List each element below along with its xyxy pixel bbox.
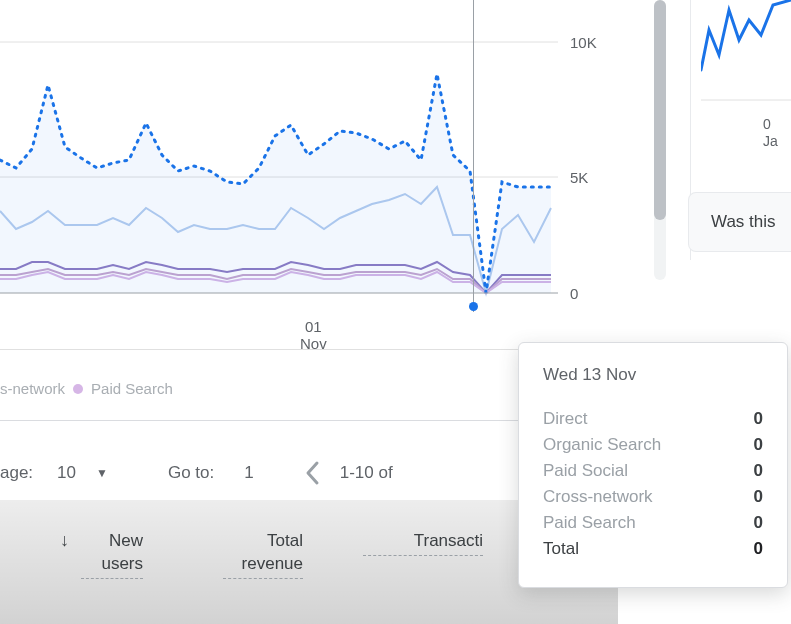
tooltip-row-cross-network: Cross-network 0 [543, 487, 763, 507]
y-tick-10k: 10K [570, 34, 597, 51]
legend-dot-paid-search [73, 384, 83, 394]
y-tick-0: 0 [570, 285, 578, 302]
rows-per-page-label: age: [0, 463, 33, 483]
traffic-line-chart[interactable]: 10K 5K 0 01 Nov [0, 0, 618, 350]
chart-legend: s-network Paid Search [0, 380, 173, 397]
sparkline-chart [701, 0, 791, 110]
tooltip-row-direct: Direct 0 [543, 409, 763, 429]
column-header-total-revenue[interactable]: Total revenue [223, 530, 303, 579]
vertical-scrollbar[interactable] [654, 0, 666, 280]
feedback-prompt-text: Was this [711, 212, 776, 232]
goto-label: Go to: [168, 463, 214, 483]
goto-page: Go to: 1 [168, 463, 254, 483]
prev-page-button[interactable] [304, 459, 322, 487]
tooltip-row-organic: Organic Search 0 [543, 435, 763, 455]
rows-per-page-value: 10 [57, 463, 76, 483]
tooltip-row-total: Total 0 [543, 539, 763, 559]
tooltip-date: Wed 13 Nov [543, 365, 763, 385]
scrollbar-thumb[interactable] [654, 0, 666, 220]
chart-hover-point [469, 302, 478, 311]
page-range: 1-10 of [340, 463, 393, 483]
feedback-prompt[interactable]: Was this [688, 192, 791, 252]
y-tick-5k: 5K [570, 169, 588, 186]
chevron-left-icon [304, 459, 322, 487]
legend-item-crossnetwork-fragment: s-network [0, 380, 65, 397]
rows-per-page-select[interactable]: 10 ▼ [57, 463, 108, 483]
column-header-new-users[interactable]: New users [81, 530, 143, 579]
sort-arrow-icon[interactable]: ↓ [60, 530, 69, 551]
tooltip-row-paid-search: Paid Search 0 [543, 513, 763, 533]
chart-plot [0, 0, 558, 312]
chevron-down-icon: ▼ [96, 466, 108, 480]
sparkline-x-tick: 0 Ja [763, 116, 778, 150]
tooltip-row-paid-social: Paid Social 0 [543, 461, 763, 481]
chart-hover-line [473, 0, 474, 312]
chart-tooltip: Wed 13 Nov Direct 0 Organic Search 0 Pai… [518, 342, 788, 588]
x-tick-nov1: 01 Nov [300, 318, 327, 352]
goto-page-input[interactable]: 1 [244, 463, 253, 483]
legend-item-paid-search: Paid Search [91, 380, 173, 397]
column-header-transactions[interactable]: Transacti [363, 530, 483, 556]
